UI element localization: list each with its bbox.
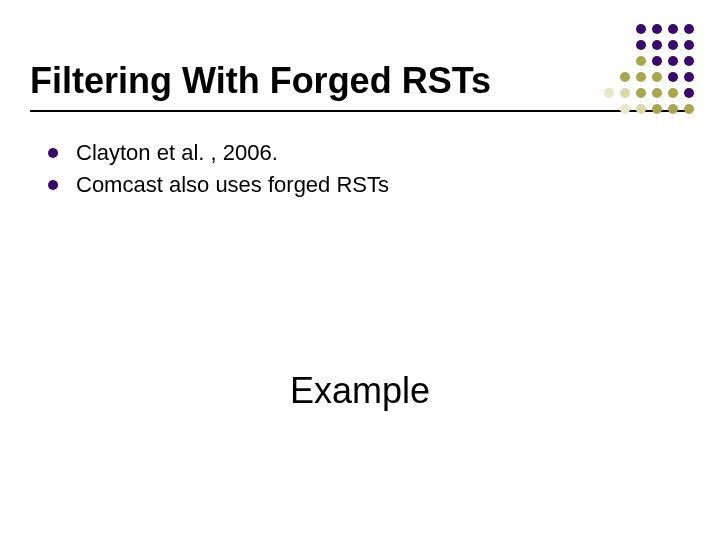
bullet-text: Comcast also uses forged RSTs xyxy=(76,172,389,197)
slide-container: Filtering With Forged RSTs Clayton et al… xyxy=(0,0,720,540)
slide-title: Filtering With Forged RSTs xyxy=(30,60,690,102)
decorative-dots xyxy=(604,24,696,116)
bullet-text: Clayton et al. , 2006. xyxy=(76,140,278,165)
example-heading: Example xyxy=(0,370,720,412)
title-underline xyxy=(30,110,690,112)
list-item: Comcast also uses forged RSTs xyxy=(48,172,690,198)
list-item: Clayton et al. , 2006. xyxy=(48,140,690,166)
bullet-list: Clayton et al. , 2006. Comcast also uses… xyxy=(30,140,690,198)
